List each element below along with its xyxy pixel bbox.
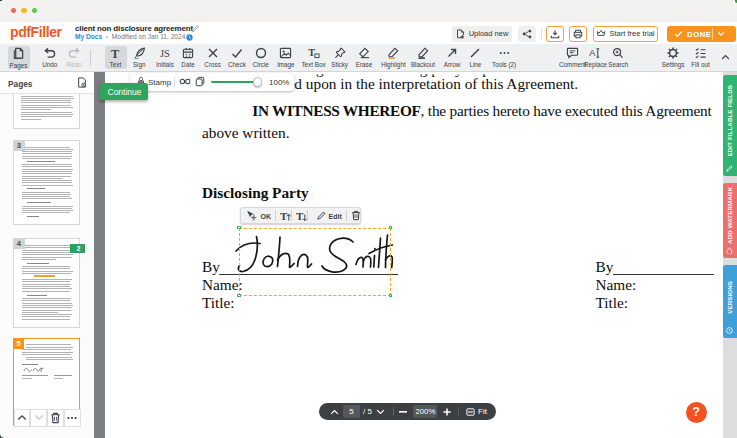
svg-text:A: A [589, 48, 596, 58]
svg-text:T: T [296, 210, 304, 222]
svg-text:T: T [111, 47, 119, 59]
svg-text:T: T [308, 47, 315, 58]
